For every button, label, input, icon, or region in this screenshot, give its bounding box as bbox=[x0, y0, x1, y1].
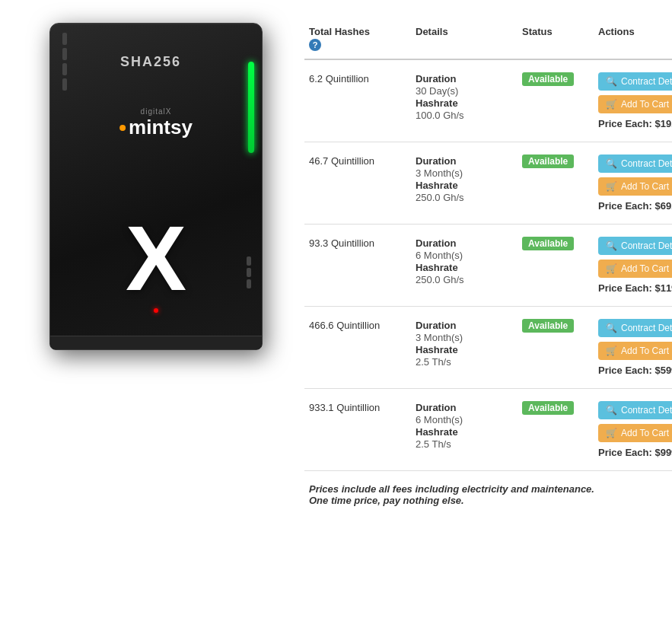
cell-status: Available bbox=[518, 316, 594, 336]
cell-status: Available bbox=[518, 151, 594, 171]
cell-total-hashes: 466.6 Quintillion bbox=[304, 316, 411, 334]
device-vents-left bbox=[62, 33, 67, 91]
status-badge: Available bbox=[522, 237, 574, 250]
cell-total-hashes: 46.7 Quintillion bbox=[304, 151, 411, 170]
cell-actions: 🔍 Contract Details 🛒 Add To Cart Price E… bbox=[594, 151, 672, 215]
cell-status: Available bbox=[518, 69, 594, 89]
cart-icon: 🛒 bbox=[606, 263, 617, 274]
info-icon[interactable]: ? bbox=[309, 39, 321, 51]
add-to-cart-button[interactable]: 🛒 Add To Cart bbox=[598, 95, 672, 113]
device-sha-label: SHA256 bbox=[120, 54, 181, 70]
device-brand: digitalX mintsy bbox=[119, 107, 193, 139]
table-row: 46.7 Quintillion Duration 3 Month(s) Has… bbox=[304, 142, 672, 225]
header-status: Status bbox=[518, 23, 594, 54]
cart-icon: 🛒 bbox=[606, 346, 617, 356]
cell-details: Duration 6 Month(s) Hashrate 250.0 Gh/s bbox=[411, 234, 518, 288]
cell-details: Duration 30 Day(s) Hashrate 100.0 Gh/s bbox=[411, 69, 518, 124]
cart-icon: 🛒 bbox=[606, 428, 617, 438]
table-row: 6.2 Quintillion Duration 30 Day(s) Hashr… bbox=[304, 60, 672, 142]
device-bottom bbox=[50, 336, 262, 349]
cell-actions: 🔍 Contract Details 🛒 Add To Cart Price E… bbox=[594, 398, 672, 461]
cell-actions: 🔍 Contract Details 🛒 Add To Cart Price E… bbox=[594, 234, 672, 297]
status-badge: Available bbox=[522, 154, 574, 168]
search-icon: 🔍 bbox=[606, 241, 617, 251]
cell-details: Duration 6 Month(s) Hashrate 2.5 Th/s bbox=[411, 398, 518, 453]
table-row: 933.1 Quintillion Duration 6 Month(s) Ha… bbox=[304, 389, 672, 471]
search-icon: 🔍 bbox=[606, 323, 617, 333]
table-body: 6.2 Quintillion Duration 30 Day(s) Hashr… bbox=[304, 60, 672, 471]
device-x-logo: X bbox=[126, 212, 186, 304]
device-vents-right bbox=[247, 256, 251, 288]
price-each: Price Each: $119.00 bbox=[598, 282, 672, 294]
add-to-cart-button[interactable]: 🛒 Add To Cart bbox=[598, 260, 672, 278]
table-row: 466.6 Quintillion Duration 3 Month(s) Ha… bbox=[304, 307, 672, 389]
cell-details: Duration 3 Month(s) Hashrate 250.0 Gh/s bbox=[411, 151, 518, 206]
price-each: Price Each: $999.00 bbox=[598, 447, 672, 458]
contracts-table: Total Hashes ? Details Status Actions 6.… bbox=[304, 15, 672, 514]
price-each: Price Each: $69.00 bbox=[598, 200, 672, 212]
header-actions: Actions bbox=[594, 23, 672, 54]
cell-status: Available bbox=[518, 398, 594, 418]
search-icon: 🔍 bbox=[606, 158, 617, 169]
footer-line2: One time price, pay nothing else. bbox=[309, 495, 672, 506]
add-to-cart-button[interactable]: 🛒 Add To Cart bbox=[598, 177, 672, 196]
table-header: Total Hashes ? Details Status Actions bbox=[304, 23, 672, 60]
price-each: Price Each: $599.00 bbox=[598, 365, 672, 376]
contract-details-button[interactable]: 🔍 Contract Details bbox=[598, 401, 672, 419]
device-brand-sub: digitalX bbox=[119, 107, 193, 116]
header-details: Details bbox=[411, 23, 518, 54]
device-image: SHA256 digitalX mintsy X bbox=[8, 15, 304, 358]
cart-icon: 🛒 bbox=[606, 99, 617, 110]
status-badge: Available bbox=[522, 319, 574, 333]
mintsy-dot bbox=[119, 125, 126, 131]
search-icon: 🔍 bbox=[606, 405, 617, 416]
search-icon: 🔍 bbox=[606, 76, 617, 87]
device-red-dot bbox=[154, 308, 158, 313]
contract-details-button[interactable]: 🔍 Contract Details bbox=[598, 154, 672, 173]
footer-line1: Prices include all fees including electr… bbox=[309, 483, 672, 495]
status-badge: Available bbox=[522, 401, 574, 415]
footer-note: Prices include all fees including electr… bbox=[304, 483, 672, 506]
add-to-cart-button[interactable]: 🛒 Add To Cart bbox=[598, 424, 672, 442]
cart-icon: 🛒 bbox=[606, 181, 617, 192]
cell-actions: 🔍 Contract Details 🛒 Add To Cart Price E… bbox=[594, 69, 672, 132]
status-badge: Available bbox=[522, 72, 574, 86]
header-total-hashes: Total Hashes ? bbox=[304, 23, 411, 54]
device-box: SHA256 digitalX mintsy X bbox=[49, 23, 263, 350]
table-row: 93.3 Quintillion Duration 6 Month(s) Has… bbox=[304, 225, 672, 307]
device-green-bar bbox=[248, 62, 254, 153]
device-brand-main: mintsy bbox=[119, 116, 193, 139]
contract-details-button[interactable]: 🔍 Contract Details bbox=[598, 237, 672, 255]
cell-details: Duration 3 Month(s) Hashrate 2.5 Th/s bbox=[411, 316, 518, 371]
cell-actions: 🔍 Contract Details 🛒 Add To Cart Price E… bbox=[594, 316, 672, 379]
cell-total-hashes: 933.1 Quintillion bbox=[304, 398, 411, 416]
cell-total-hashes: 6.2 Quintillion bbox=[304, 69, 411, 88]
cell-status: Available bbox=[518, 234, 594, 253]
contract-details-button[interactable]: 🔍 Contract Details bbox=[598, 319, 672, 337]
cell-total-hashes: 93.3 Quintillion bbox=[304, 234, 411, 252]
contract-details-button[interactable]: 🔍 Contract Details bbox=[598, 72, 672, 91]
add-to-cart-button[interactable]: 🛒 Add To Cart bbox=[598, 342, 672, 360]
price-each: Price Each: $19.00 bbox=[598, 118, 672, 129]
